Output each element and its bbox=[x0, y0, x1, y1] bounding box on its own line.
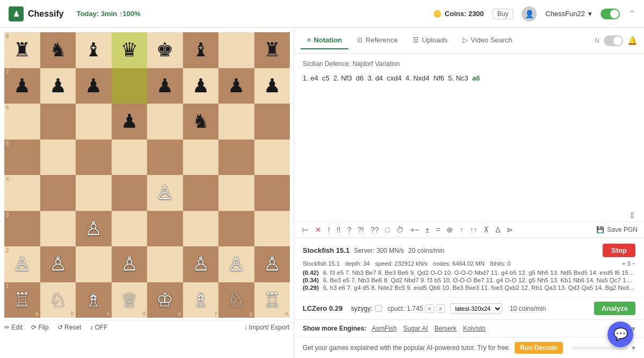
cell-a3[interactable]: 3 bbox=[4, 211, 40, 247]
cell-h3[interactable] bbox=[254, 211, 290, 247]
cell-e3[interactable] bbox=[147, 211, 183, 247]
toolbar-clock[interactable]: ⏱ bbox=[394, 224, 405, 235]
toolbar-rightarrow[interactable]: ⊕ bbox=[445, 224, 455, 235]
cell-g4[interactable] bbox=[218, 175, 254, 211]
tab-notation[interactable]: ≡ Notation bbox=[301, 32, 348, 49]
cell-d5[interactable] bbox=[112, 140, 148, 176]
cell-d6[interactable]: ♟ bbox=[112, 104, 148, 140]
chess-board[interactable]: 8♜♞♝♛♚♝♜7♟♟♟♟♟♟♟6♟♞54♙3♙2♙♙♙♙♙♙1a♖b♘c♗d♕… bbox=[4, 32, 290, 318]
logo[interactable]: ♟ Chessify bbox=[9, 6, 64, 21]
sound-button[interactable]: ♪ OFF bbox=[90, 324, 107, 331]
cell-g5[interactable] bbox=[218, 140, 254, 176]
cell-a5[interactable]: 5 bbox=[4, 140, 40, 176]
toolbar-plus-minus[interactable]: +− bbox=[408, 224, 420, 235]
cell-c7[interactable]: ♟ bbox=[76, 68, 112, 104]
cell-a6[interactable]: 6 bbox=[4, 104, 40, 140]
cell-d8[interactable]: ♛ bbox=[112, 32, 148, 68]
tab-uploads[interactable]: ☰ Uploads bbox=[406, 32, 454, 49]
toolbar-nand[interactable]: ⊼ bbox=[482, 224, 491, 235]
cell-c1[interactable]: c♗ bbox=[76, 282, 112, 318]
cell-d2[interactable]: ♙ bbox=[112, 246, 148, 282]
cell-h6[interactable] bbox=[254, 104, 290, 140]
toolbar-exclaim[interactable]: ! bbox=[326, 224, 332, 235]
toolbar-question[interactable]: ? bbox=[346, 224, 353, 235]
cell-f8[interactable]: ♝ bbox=[183, 32, 219, 68]
cell-f4[interactable] bbox=[183, 175, 219, 211]
toolbar-cross[interactable]: ✕ bbox=[313, 224, 323, 235]
theme-toggle[interactable] bbox=[601, 9, 620, 19]
resize-icon[interactable]: ⇕ bbox=[628, 210, 635, 221]
koivisto-button[interactable]: Koivisto bbox=[462, 325, 487, 332]
cell-g1[interactable]: g♘ bbox=[218, 282, 254, 318]
toolbar-triangle[interactable]: ⊳ bbox=[505, 224, 515, 235]
cell-e7[interactable]: ♟ bbox=[147, 68, 183, 104]
cell-g8[interactable] bbox=[218, 32, 254, 68]
cell-b7[interactable]: ♟ bbox=[40, 68, 76, 104]
syzygy-checkbox[interactable] bbox=[375, 305, 382, 312]
cell-b5[interactable] bbox=[40, 140, 76, 176]
cell-c5[interactable] bbox=[76, 140, 112, 176]
cell-g6[interactable] bbox=[218, 104, 254, 140]
cell-e8[interactable]: ♚ bbox=[147, 32, 183, 68]
cell-f6[interactable]: ♞ bbox=[183, 104, 219, 140]
buy-button[interactable]: Buy bbox=[493, 9, 514, 19]
cell-h4[interactable] bbox=[254, 175, 290, 211]
cell-d1[interactable]: d♕ bbox=[112, 282, 148, 318]
cell-a1[interactable]: 1a♖ bbox=[4, 282, 40, 318]
cell-b2[interactable]: ♙ bbox=[40, 246, 76, 282]
cell-f3[interactable] bbox=[183, 211, 219, 247]
asmfish-button[interactable]: AsmFish bbox=[371, 325, 398, 332]
tab-reference[interactable]: ⊙ Reference bbox=[350, 32, 404, 49]
save-pgn-button[interactable]: 💾 Save PGN bbox=[596, 226, 638, 233]
cell-b3[interactable] bbox=[40, 211, 76, 247]
toolbar-double-exclaim[interactable]: !! bbox=[335, 224, 342, 235]
cell-c3[interactable]: ♙ bbox=[76, 211, 112, 247]
toolbar-question-exclaim[interactable]: ?! bbox=[356, 224, 365, 235]
cell-e6[interactable] bbox=[147, 104, 183, 140]
cell-h2[interactable]: ♙ bbox=[254, 246, 290, 282]
cell-a8[interactable]: 8♜ bbox=[4, 32, 40, 68]
toolbar-equal[interactable]: = bbox=[434, 224, 442, 235]
cell-e5[interactable] bbox=[147, 140, 183, 176]
cell-h5[interactable] bbox=[254, 140, 290, 176]
cell-e4[interactable]: ♙ bbox=[147, 175, 183, 211]
cell-f2[interactable]: ♙ bbox=[183, 246, 219, 282]
toolbar-plusminus[interactable]: ± bbox=[424, 224, 431, 235]
cell-b4[interactable] bbox=[40, 175, 76, 211]
toolbar-double-up[interactable]: ↑↑ bbox=[468, 224, 479, 235]
cell-f7[interactable]: ♟ bbox=[183, 68, 219, 104]
analyze-button[interactable]: Analyze bbox=[594, 302, 635, 315]
cell-h1[interactable]: h♖ bbox=[254, 282, 290, 318]
cell-g3[interactable] bbox=[218, 211, 254, 247]
flip-button[interactable]: ⟳ Flip bbox=[31, 324, 49, 331]
cell-b8[interactable]: ♞ bbox=[40, 32, 76, 68]
sugarai-button[interactable]: Sugar AI bbox=[402, 325, 429, 332]
toolbar-square[interactable]: □ bbox=[384, 224, 391, 235]
stop-button[interactable]: Stop bbox=[603, 244, 635, 257]
cell-h8[interactable]: ♜ bbox=[254, 32, 290, 68]
tab-video-search[interactable]: ▷ Video Search bbox=[456, 32, 519, 49]
cell-b1[interactable]: b♘ bbox=[40, 282, 76, 318]
cell-d7[interactable] bbox=[112, 68, 148, 104]
cell-c6[interactable] bbox=[76, 104, 112, 140]
cell-d4[interactable] bbox=[112, 175, 148, 211]
cell-e1[interactable]: e♔ bbox=[147, 282, 183, 318]
user-menu[interactable]: ChessFun22 ▾ bbox=[545, 10, 592, 18]
cell-c8[interactable]: ♝ bbox=[76, 32, 112, 68]
reset-button[interactable]: ↺ Reset bbox=[57, 324, 82, 331]
cpuct-decrease[interactable]: < bbox=[425, 304, 434, 313]
cell-b6[interactable] bbox=[40, 104, 76, 140]
cell-f1[interactable]: f♗ bbox=[183, 282, 219, 318]
run-decode-button[interactable]: Run Decode bbox=[515, 342, 563, 354]
toolbar-start[interactable]: ⊢ bbox=[301, 224, 310, 235]
discord-fab[interactable]: 💬 bbox=[608, 322, 633, 347]
collapse-icon[interactable]: ⌃ bbox=[628, 9, 635, 19]
cell-f5[interactable] bbox=[183, 140, 219, 176]
model-select[interactable]: latest-320x24 bbox=[450, 303, 502, 314]
cpuct-increase[interactable]: > bbox=[436, 304, 445, 313]
edit-button[interactable]: ✏ Edit bbox=[4, 324, 23, 331]
import-export-button[interactable]: ↓ Import/ Export bbox=[244, 324, 289, 331]
cell-e2[interactable] bbox=[147, 246, 183, 282]
cell-a7[interactable]: 7♟ bbox=[4, 68, 40, 104]
cell-c2[interactable] bbox=[76, 246, 112, 282]
